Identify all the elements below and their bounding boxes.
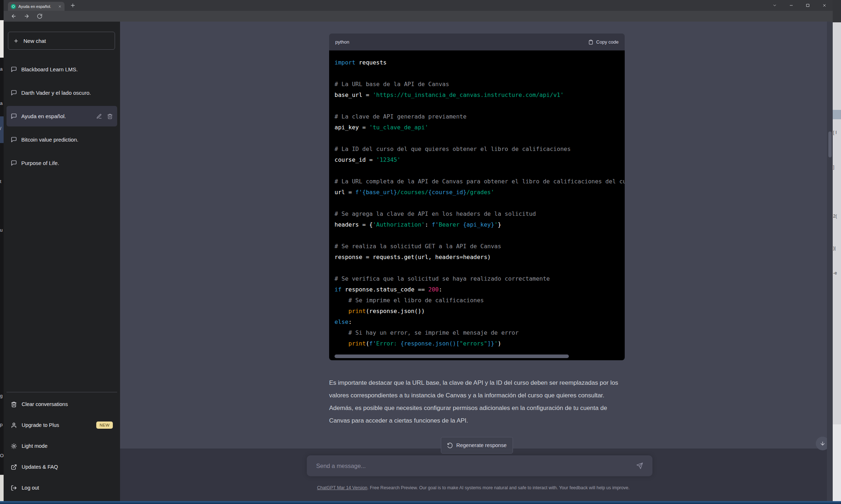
background-window-left-sliver: aa/tugpO	[0, 0, 4, 504]
regenerate-response-button[interactable]: Regenerate response	[441, 437, 513, 454]
code-line: api_key = 'tu_clave_de_api'	[335, 122, 625, 133]
sidebar-menu-updates-faq[interactable]: Updates & FAQ	[6, 456, 117, 477]
background-text-fragment: t	[0, 179, 1, 184]
chat-bubble-icon	[11, 137, 17, 143]
send-icon[interactable]	[636, 463, 643, 469]
code-line: # La ID del curso del que quieres obtene…	[335, 144, 625, 155]
background-text-fragment: /	[0, 126, 1, 131]
conversation-title: Purpose of Life.	[21, 160, 113, 166]
code-line: if response.status_code == 200:	[335, 284, 625, 295]
sidebar-menu-light-mode[interactable]: Light mode	[6, 436, 117, 456]
sidebar-menu-upgrade-to-plus[interactable]: Upgrade to PlusNEW	[6, 415, 117, 436]
external-icon	[11, 464, 17, 470]
code-line	[335, 263, 625, 273]
chat-bubble-icon	[11, 113, 17, 119]
tab-title: Ayuda en español.	[18, 4, 56, 9]
code-line	[335, 198, 625, 209]
background-text-fragment: O	[0, 453, 4, 458]
code-line: base_url = 'https://tu_instancia_de_canv…	[335, 90, 625, 101]
sidebar-item-conversation[interactable]: Purpose of Life.	[6, 153, 117, 173]
chat-bubble-icon	[11, 90, 17, 96]
background-text-fragment: 2(	[833, 214, 837, 218]
page-scrollbar-track[interactable]	[827, 22, 833, 501]
menu-label: Light mode	[22, 443, 48, 449]
clipboard-icon	[588, 40, 593, 45]
window-minimize-button[interactable]	[783, 0, 800, 11]
sun-icon	[11, 443, 17, 449]
browser-tab[interactable]: Ayuda en español.	[8, 2, 65, 11]
code-content: import requests # La URL base de la API …	[329, 50, 625, 349]
background-text-fragment: [ I	[833, 130, 837, 135]
conversation-title: Blackboard Learn LMS.	[21, 66, 113, 72]
background-window-fragment	[0, 20, 4, 58]
browser-tab-strip: Ayuda en español.	[4, 0, 833, 11]
tab-close-icon[interactable]	[58, 5, 62, 8]
code-line	[335, 165, 625, 176]
code-line: else:	[335, 317, 625, 327]
code-line: print(response.json())	[335, 306, 625, 317]
user-icon	[11, 422, 17, 428]
browser-window: Ayuda en español. chat.openai.com/chat/7…	[4, 0, 833, 501]
version-link[interactable]: ChatGPT Mar 14 Version	[317, 485, 367, 490]
code-line: url = f'{base_url}/courses/{course_id}/g…	[335, 187, 625, 198]
chat-area: python Copy code import requests # La UR…	[120, 22, 833, 501]
code-line: print(f'Error: {response.json()["errors"…	[335, 338, 625, 349]
window-close-button[interactable]	[816, 0, 833, 11]
background-text-fragment: )|	[833, 246, 836, 250]
new-chat-button[interactable]: New chat	[8, 32, 115, 50]
footer: ChatGPT Mar 14 Version. Free Research Pr…	[120, 485, 827, 490]
code-horizontal-scrollbar[interactable]	[335, 354, 569, 358]
back-button[interactable]	[9, 12, 18, 21]
chat-bubble-icon	[11, 160, 17, 166]
menu-label: Upgrade to Plus	[22, 422, 59, 428]
edit-pencil-icon[interactable]	[96, 113, 102, 119]
sidebar: New chat Blackboard Learn LMS.Darth Vade…	[4, 22, 120, 501]
background-window-right-sliver: [ I]2()|-e	[833, 0, 841, 504]
background-window-fragment	[833, 110, 841, 119]
assistant-paragraph: Es importante destacar que la URL base, …	[329, 376, 622, 427]
trash-icon	[11, 401, 17, 407]
sidebar-item-conversation[interactable]: Bitcoin value prediction.	[6, 129, 117, 150]
menu-label: Updates & FAQ	[22, 464, 58, 470]
code-line: response = requests.get(url, headers=hea…	[335, 252, 625, 263]
background-window-fragment	[833, 0, 841, 22]
code-line: # Si hay un error, se imprime el mensaje…	[335, 327, 625, 338]
window-maximize-button[interactable]	[800, 0, 816, 11]
code-line	[335, 101, 625, 111]
background-text-fragment: g	[0, 393, 3, 398]
chat-bubble-icon	[11, 66, 17, 72]
sidebar-item-conversation[interactable]: Ayuda en español.	[6, 106, 117, 126]
code-line: # La URL completa de la API de Canvas pa…	[335, 176, 625, 187]
window-chevron-button[interactable]	[766, 0, 783, 11]
regenerate-row: Regenerate response	[329, 437, 625, 454]
sidebar-menu-clear-conversations[interactable]: Clear conversations	[6, 394, 117, 415]
delete-trash-icon[interactable]	[107, 113, 113, 119]
sidebar-item-conversation[interactable]: Blackboard Learn LMS.	[6, 59, 117, 80]
background-window-fragment	[833, 424, 841, 501]
code-line	[335, 68, 625, 79]
conversation-actions	[96, 113, 113, 119]
reload-button[interactable]	[35, 12, 44, 21]
copy-code-button[interactable]: Copy code	[588, 39, 619, 45]
new-tab-button[interactable]	[70, 3, 76, 8]
sidebar-menu-log-out[interactable]: Log out	[6, 477, 117, 498]
window-controls	[766, 0, 833, 11]
conversation-list: Blackboard Learn LMS.Darth Vader y el la…	[6, 59, 117, 176]
background-text-fragment: a	[0, 67, 3, 71]
menu-label: Clear conversations	[22, 401, 68, 407]
conversation-title: Darth Vader y el lado oscuro.	[21, 90, 113, 96]
code-block-body: import requests # La URL base de la API …	[329, 50, 625, 360]
regenerate-label: Regenerate response	[456, 442, 506, 448]
background-text-fragment: ]	[833, 165, 834, 169]
background-text-fragment: -e	[833, 271, 837, 275]
forward-button[interactable]	[22, 12, 31, 21]
page-scrollbar-thumb[interactable]	[828, 131, 832, 157]
background-text-fragment: u	[0, 228, 3, 232]
code-line	[335, 230, 625, 241]
code-line: # Se realiza la solicitud GET a la API d…	[335, 241, 625, 252]
message-input[interactable]: Send a message...	[307, 455, 652, 476]
background-text-fragment: p	[0, 422, 3, 427]
sidebar-item-conversation[interactable]: Darth Vader y el lado oscuro.	[6, 82, 117, 103]
code-line: # La URL base de la API de Canvas	[335, 79, 625, 90]
code-line: import requests	[335, 57, 625, 68]
